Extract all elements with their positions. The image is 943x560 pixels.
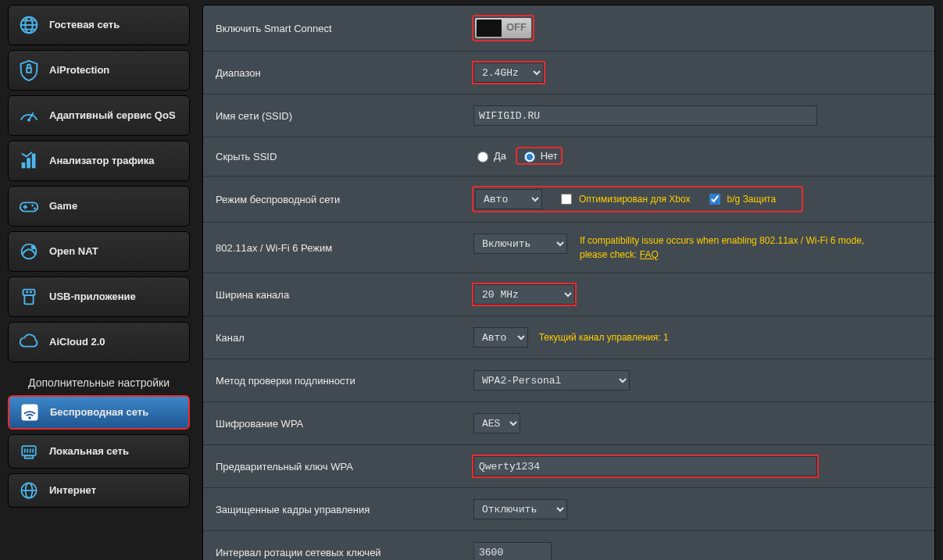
wireless-mode-label: Режим беспроводной сети [203,177,461,223]
cloud-icon [16,330,41,355]
hide-ssid-yes-label: Да [494,150,506,162]
advanced-settings-heading: Дополнительные настройки [8,376,190,389]
hide-ssid-label: Скрыть SSID [203,137,461,177]
nat-icon [16,239,41,264]
gamepad-icon [16,194,41,219]
row-channel-width: Ширина канала 20 MHz [203,273,934,316]
sidebar-item-internet[interactable]: Интернет [8,473,190,508]
sidebar-item-usb-app[interactable]: USB-приложение [8,276,190,317]
ssid-label: Имя сети (SSID) [203,95,461,137]
svg-rect-11 [20,202,38,211]
svg-rect-25 [25,455,34,458]
row-pmf: Защищенные кадры управления Отключить [203,488,934,531]
wireless-settings-panel: Включить Smart Connect OFF Диапазон [202,5,935,560]
wpa-encryption-select[interactable]: AES [473,413,520,433]
svg-rect-5 [27,68,31,73]
row-wifi6: 802.11ax / Wi-Fi 6 Режим Включить If com… [203,223,934,273]
wpa-encryption-label: Шифрование WPA [203,402,461,445]
sidebar-item-label: Open NAT [49,246,98,258]
main-content: Включить Smart Connect OFF Диапазон [195,0,943,560]
sidebar-item-wireless[interactable]: Беспроводная сеть [8,395,190,430]
toggle-state: OFF [506,21,527,33]
sidebar-item-label: AiProtection [49,65,109,77]
wireless-mode-select[interactable]: Авто [475,189,542,209]
sidebar-item-lan[interactable]: Локальная сеть [8,434,190,469]
hide-ssid-yes[interactable]: Да [473,149,506,162]
gauge-icon [16,103,41,128]
sidebar-item-label: Интернет [49,485,96,497]
svg-point-15 [34,207,36,209]
svg-rect-21 [30,291,32,294]
row-channel: Канал Авто Текущий канал управления: 1 [203,316,934,359]
sidebar-item-aiprotection[interactable]: AiProtection [8,50,190,91]
svg-rect-18 [23,290,35,296]
row-wpa-encryption: Шифрование WPA AES [203,402,934,445]
smart-connect-toggle[interactable]: OFF [475,18,531,38]
auth-method-select[interactable]: WPA2-Personal [473,370,630,391]
svg-point-7 [27,119,30,122]
sidebar-item-guest-network[interactable]: Гостевая сеть [8,5,190,45]
hide-ssid-no[interactable]: Нет [520,149,558,162]
sidebar-item-label: Адаптивный сервис QoS [49,110,176,122]
faq-link[interactable]: FAQ [640,249,659,260]
wpa-key-label: Предварительный ключ WPA [203,445,461,488]
sidebar-item-game[interactable]: Game [8,186,190,226]
globe-icon [16,12,41,37]
rekey-label: Интервал ротации сетевых ключей [203,531,461,561]
sidebar-item-label: Анализатор трафика [49,155,155,167]
bg-protect-checkbox[interactable] [709,194,720,205]
hide-ssid-no-label: Нет [541,150,558,162]
sidebar-item-label: USB-приложение [49,291,136,303]
smart-connect-label: Включить Smart Connect [203,5,461,52]
sidebar: Гостевая сеть AiProtection Адаптивный се… [0,0,195,560]
row-wpa-key: Предварительный ключ WPA [203,445,934,488]
channel-hint: Текущий канал управления: 1 [539,332,669,343]
pmf-label: Защищенные кадры управления [203,488,461,531]
channel-width-select[interactable]: 20 MHz [473,284,575,305]
sidebar-item-label: Локальная сеть [49,446,129,458]
lan-icon [16,439,41,464]
wifi6-select[interactable]: Включить [473,234,567,254]
svg-rect-20 [26,291,28,294]
row-rekey: Интервал ротации сетевых ключей [203,531,934,561]
wifi6-label: 802.11ax / Wi-Fi 6 Режим [203,223,461,273]
xbox-optimize-label: Оптимизирован для Xbox [579,194,691,205]
svg-rect-8 [22,162,26,169]
row-auth-method: Метод проверки подлинности WPA2-Personal [203,359,934,402]
wpa-key-input[interactable] [473,456,817,476]
rekey-input[interactable] [473,542,552,560]
sidebar-item-aicloud[interactable]: AiCloud 2.0 [8,322,190,362]
bars-icon [16,148,41,173]
channel-width-label: Ширина канала [203,273,461,316]
sidebar-item-traffic-analyzer[interactable]: Анализатор трафика [8,141,190,181]
usb-icon [16,284,41,309]
hide-ssid-yes-radio[interactable] [477,152,488,162]
row-wireless-mode: Режим беспроводной сети Авто Оптимизиров… [203,177,934,223]
wifi6-hint: If compatibility issue occurs when enabl… [580,234,892,262]
sidebar-item-qos[interactable]: Адаптивный сервис QoS [8,95,190,136]
svg-point-14 [31,205,34,207]
sidebar-item-label: AiCloud 2.0 [49,337,105,348]
pmf-select[interactable]: Отключить [473,499,567,519]
shield-icon [16,58,41,83]
row-hide-ssid: Скрыть SSID Да Нет [203,137,934,177]
band-select[interactable]: 2.4GHz [473,62,544,83]
row-band: Диапазон 2.4GHz [203,52,934,95]
wifi-icon [17,400,42,425]
row-smart-connect: Включить Smart Connect OFF [203,5,934,52]
svg-rect-9 [27,158,30,168]
svg-rect-10 [32,154,36,169]
channel-label: Канал [203,316,461,359]
row-ssid: Имя сети (SSID) [203,95,934,137]
ssid-input[interactable] [473,105,817,126]
auth-method-label: Метод проверки подлинности [203,359,461,402]
sidebar-item-open-nat[interactable]: Open NAT [8,231,190,272]
channel-select[interactable]: Авто [473,327,528,348]
xbox-optimize-checkbox[interactable] [561,194,572,205]
svg-rect-19 [24,295,33,304]
band-label: Диапазон [203,52,461,95]
hide-ssid-no-radio[interactable] [524,152,535,162]
svg-point-23 [28,416,31,419]
svg-point-17 [31,245,36,250]
sidebar-item-label: Беспроводная сеть [50,407,148,419]
